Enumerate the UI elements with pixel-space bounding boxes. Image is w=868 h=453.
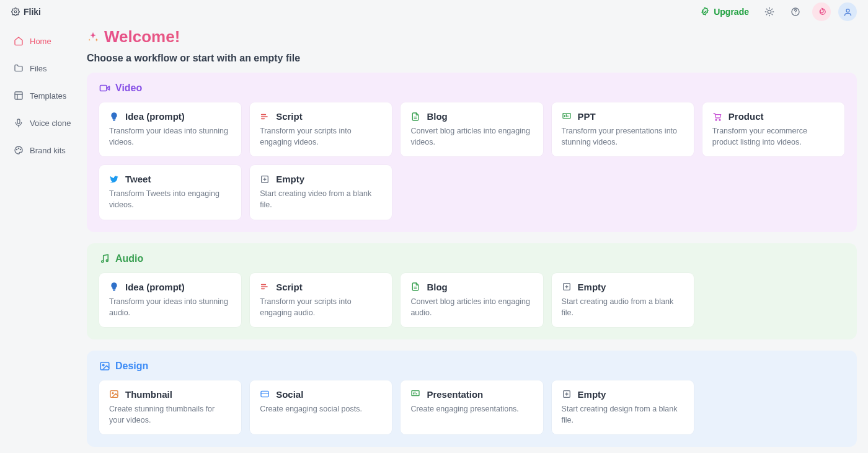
svg-point-19: [18, 148, 19, 148]
theme-toggle[interactable]: [760, 2, 779, 21]
gear-icon: [11, 7, 20, 16]
card-video-idea[interactable]: Idea (prompt) Transform your ideas into …: [99, 102, 241, 156]
user-icon: [843, 7, 852, 17]
svg-point-52: [112, 393, 113, 394]
audio-grid: Idea (prompt) Transform your ideas into …: [99, 273, 844, 327]
image-icon: [99, 361, 110, 372]
svg-line-8: [766, 14, 767, 15]
svg-rect-53: [261, 392, 268, 397]
card-video-empty[interactable]: Empty Start creating video from a blank …: [250, 165, 392, 219]
card-desc: Transform your ideas into stunning audio…: [109, 296, 231, 318]
card-audio-idea[interactable]: Idea (prompt) Transform your ideas into …: [99, 273, 241, 327]
section-video: Video Idea (prompt) Transform your ideas…: [87, 73, 857, 232]
card-design-empty[interactable]: Empty Start creating design from a blank…: [552, 380, 694, 434]
card-desc: Create stunning thumbnails for your vide…: [109, 403, 231, 426]
account-button[interactable]: [838, 2, 857, 21]
svg-rect-13: [15, 92, 22, 99]
sidebar-item-label: Home: [30, 37, 51, 46]
plus-square-icon: [562, 389, 572, 399]
lightbulb-icon: [109, 112, 119, 122]
card-icon: [260, 389, 270, 399]
svg-line-9: [772, 9, 773, 9]
card-title-text: Empty: [276, 174, 304, 184]
card-desc: Transform your scripts into engaging aud…: [260, 296, 382, 318]
card-title-text: Script: [276, 111, 303, 122]
whats-new-button[interactable]: [812, 2, 831, 21]
sidebar-item-label: Brand kits: [30, 146, 66, 155]
section-design: Design Thumbnail Create stunning thumbna…: [87, 351, 857, 447]
svg-line-4: [766, 9, 767, 9]
sidebar-item-label: Files: [30, 64, 46, 73]
script-icon: [260, 282, 270, 292]
sidebar-item-files[interactable]: Files: [11, 58, 77, 78]
card-desc: Start creating audio from a blank file.: [562, 296, 684, 318]
card-title-text: Tweet: [125, 174, 151, 184]
card-desc: Start creating design from a blank file.: [562, 403, 684, 426]
card-video-blog[interactable]: Blog Convert blog articles into engaging…: [401, 102, 542, 156]
card-audio-empty[interactable]: Empty Start creating audio from a blank …: [552, 273, 694, 327]
cart-icon: [712, 112, 722, 122]
video-grid: Idea (prompt) Transform your ideas into …: [99, 102, 844, 220]
svg-rect-23: [113, 120, 115, 120]
card-video-product[interactable]: Product Transform your ecommerce product…: [702, 102, 844, 156]
sparkle-icon: [87, 31, 99, 43]
svg-point-33: [715, 119, 717, 120]
sidebar-item-home[interactable]: Home: [11, 31, 77, 51]
music-icon: [99, 253, 110, 264]
script-icon: [260, 112, 270, 122]
card-title-text: Presentation: [427, 389, 483, 400]
plus-square-icon: [260, 174, 270, 184]
card-video-tweet[interactable]: Tweet Transform Tweets into engaging vid…: [99, 165, 241, 219]
card-design-thumbnail[interactable]: Thumbnail Create stunning thumbnails for…: [99, 380, 241, 434]
section-head-audio: Audio: [99, 253, 844, 264]
sun-icon: [764, 7, 774, 17]
sidebar-item-voice-clone[interactable]: Voice clone: [11, 113, 77, 133]
card-title-text: Blog: [427, 282, 447, 292]
card-title-text: PPT: [578, 111, 596, 122]
card-title-text: Empty: [578, 282, 606, 292]
svg-point-39: [106, 259, 108, 261]
app-shell: Home Files Templates Voice clone Brand k…: [0, 24, 868, 453]
sidebar: Home Files Templates Voice clone Brand k…: [0, 24, 81, 453]
card-desc: Transform your ideas into stunning video…: [109, 125, 231, 148]
sidebar-item-label: Templates: [30, 91, 66, 101]
card-audio-script[interactable]: Script Transform your scripts into engag…: [250, 273, 392, 327]
card-design-presentation[interactable]: Presentation Create engaging presentatio…: [401, 380, 542, 434]
section-title: Video: [115, 83, 142, 94]
section-title: Design: [115, 361, 148, 372]
svg-point-20: [20, 149, 20, 150]
svg-rect-21: [100, 86, 107, 91]
card-video-script[interactable]: Script Transform your scripts into engag…: [250, 102, 392, 156]
section-audio: Audio Idea (prompt) Transform your ideas…: [87, 243, 857, 339]
card-desc: Convert blog articles into engaging vide…: [410, 125, 533, 148]
svg-point-0: [14, 11, 17, 13]
card-title-text: Script: [276, 282, 303, 292]
card-desc: Transform Tweets into engaging videos.: [109, 188, 231, 210]
presentation-icon: [410, 389, 420, 399]
svg-rect-40: [113, 290, 115, 290]
card-desc: Start creating video from a blank file.: [260, 188, 382, 210]
brand-label: Fliki: [24, 7, 41, 17]
palette-icon: [14, 145, 24, 155]
svg-point-12: [846, 9, 849, 12]
card-audio-blog[interactable]: Blog Convert blog articles into engaging…: [401, 273, 542, 327]
video-icon: [99, 83, 110, 94]
card-title-text: Thumbnail: [125, 389, 172, 400]
card-title-text: Social: [276, 389, 303, 400]
flame-icon: [817, 7, 826, 17]
design-grid: Thumbnail Create stunning thumbnails for…: [99, 380, 844, 434]
sidebar-item-brand-kits[interactable]: Brand kits: [11, 140, 77, 160]
sidebar-item-templates[interactable]: Templates: [11, 86, 77, 105]
plus-square-icon: [562, 282, 572, 292]
upgrade-button[interactable]: Upgrade: [696, 4, 753, 19]
presentation-icon: [562, 112, 572, 122]
file-text-icon: [410, 112, 420, 122]
card-design-social[interactable]: Social Create engaging social posts.: [250, 380, 392, 434]
help-button[interactable]: [786, 2, 805, 21]
card-desc: Create engaging social posts.: [260, 403, 382, 415]
upgrade-label: Upgrade: [714, 7, 749, 17]
card-video-ppt[interactable]: PPT Transform your presentations into st…: [552, 102, 694, 156]
brand-logo[interactable]: Fliki: [11, 7, 41, 17]
svg-point-38: [102, 261, 104, 262]
welcome-subtitle: Choose a workflow or start with an empty…: [87, 53, 857, 64]
